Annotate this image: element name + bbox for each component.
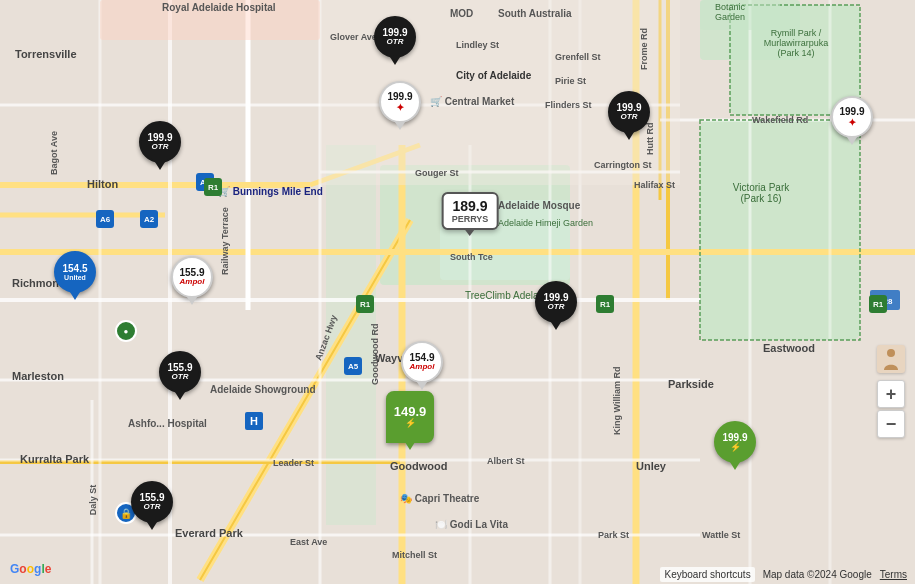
street-grenfell: Grenfell St — [555, 52, 601, 62]
route-a5: A5 — [344, 357, 362, 375]
svg-rect-1 — [700, 120, 860, 340]
poi-central-market: 🛒 Central Market — [430, 96, 514, 107]
poi-capri: 🎭 Capri Theatre — [400, 493, 479, 504]
zoom-in-button[interactable]: + — [877, 380, 905, 408]
suburb-eastwood: Eastwood — [763, 342, 815, 354]
route-r1-4: R1 — [869, 295, 887, 313]
suburb-marleston: Marleston — [12, 370, 64, 382]
marker-tail-otr-2 — [390, 57, 400, 65]
marker-bubble-otr-2: 199.9 OTR — [374, 16, 416, 58]
map-container: B28 Torrensville Hilton Richmond Marlest… — [0, 0, 915, 584]
marker-otr-4[interactable]: 199.9 OTR — [535, 281, 577, 330]
marker-star-2[interactable]: 199.9 ✦ — [831, 96, 873, 145]
marker-bubble-star-1: 199.9 ✦ — [379, 81, 421, 123]
poi-bunnings: 🛒 Bunnings Mile End — [218, 186, 323, 197]
marker-ampol-2[interactable]: 154.9 Ampol — [401, 341, 443, 390]
park-botanic: BotanicGarden — [700, 2, 760, 22]
route-r1-2: R1 — [356, 295, 374, 313]
road-king-william: King William Rd — [612, 367, 622, 435]
suburb-torrensville: Torrensville — [15, 48, 77, 60]
poi-godivita: 🍽️ Godi La Vita — [435, 519, 508, 530]
marker-bubble-x-1: 149.9 ⚡ — [386, 391, 434, 443]
suburb-parkside: Parkside — [668, 378, 714, 390]
marker-otr-6[interactable]: 155.9 OTR — [131, 481, 173, 530]
park-victoria: Victoria Park(Park 16) — [716, 182, 806, 204]
marker-tail-ampol-2 — [417, 382, 427, 390]
route-r1-3: R1 — [596, 295, 614, 313]
svg-rect-6 — [326, 145, 376, 525]
marker-bubble-x-2: 199.9 ⚡ — [714, 421, 756, 463]
marker-star-1[interactable]: 199.9 ✦ — [379, 81, 421, 130]
street-wakefield: Wakefield Rd — [752, 115, 808, 125]
poi-mosque: Adelaide Mosque — [498, 200, 580, 211]
marker-tail-otr-4 — [551, 322, 561, 330]
hospital-marker: H — [245, 412, 263, 430]
marker-bubble-otr-4: 199.9 OTR — [535, 281, 577, 323]
marker-bubble-ampol-1: 155.9 Ampol — [171, 256, 213, 298]
poi-south-australia: South Australia — [498, 8, 572, 19]
street-albert: Albert St — [487, 456, 525, 466]
keyboard-shortcuts[interactable]: Keyboard shortcuts — [660, 567, 754, 582]
marker-tail-star-1 — [395, 122, 405, 130]
road-goodwood: Goodwood Rd — [370, 324, 380, 385]
marker-tail-otr-5 — [175, 392, 185, 400]
street-carrington: Carrington St — [594, 160, 652, 170]
street-flinders: Flinders St — [545, 100, 592, 110]
street-gouger: Gouger St — [415, 168, 459, 178]
marker-tail-x-2 — [730, 462, 740, 470]
street-mitchell: Mitchell St — [392, 550, 437, 560]
marker-bubble-ampol-2: 154.9 Ampol — [401, 341, 443, 383]
marker-tail-otr-3 — [624, 132, 634, 140]
street-park: Park St — [598, 530, 629, 540]
zoom-controls: + − — [877, 380, 905, 438]
pegman-button[interactable] — [877, 345, 905, 373]
marker-tail-otr-6 — [147, 522, 157, 530]
marker-bubble-otr-6: 155.9 OTR — [131, 481, 173, 523]
marker-bubble-star-2: 199.9 ✦ — [831, 96, 873, 138]
park-himeji: Adelaide Himeji Garden — [498, 218, 593, 228]
marker-otr-1[interactable]: 199.9 OTR — [139, 121, 181, 170]
street-east-ave: East Ave — [290, 537, 327, 547]
street-daly: Daly St — [88, 485, 98, 516]
street-pirie: Pirie St — [555, 76, 586, 86]
marker-tail-star-2 — [847, 137, 857, 145]
marker-bubble-otr-1: 199.9 OTR — [139, 121, 181, 163]
marker-ampol-1[interactable]: 155.9 Ampol — [171, 256, 213, 305]
park-rymill: Rymill Park /Murlawirrarpuka(Park 14) — [736, 28, 856, 58]
marker-tail-x-1 — [405, 442, 415, 450]
route-a2: A2 — [140, 210, 158, 228]
marker-bubble-united: 154.5 United — [54, 251, 96, 293]
suburb-everard-park: Everard Park — [175, 527, 243, 539]
bottom-bar: Keyboard shortcuts Map data ©2024 Google… — [0, 564, 915, 584]
marker-otr-3[interactable]: 199.9 OTR — [608, 91, 650, 140]
marker-bubble-otr-5: 155.9 OTR — [159, 351, 201, 393]
road-railway: Railway Terrace — [220, 207, 230, 275]
street-bagot: Bagot Ave — [49, 131, 59, 175]
suburb-hilton: Hilton — [87, 178, 118, 190]
map-data-attribution: Map data ©2024 Google — [763, 569, 872, 580]
marker-tail-ampol-1 — [187, 297, 197, 305]
marker-bubble-otr-3: 199.9 OTR — [608, 91, 650, 133]
poi-city-adelaide: City of Adelaide — [456, 70, 531, 81]
marker-perrys[interactable]: 189.9 PERRYS — [442, 192, 499, 230]
marker-tail-otr-1 — [155, 162, 165, 170]
street-south-tce: South Tce — [450, 252, 493, 262]
poi-mod: MOD — [450, 8, 473, 19]
road-frome: Frome Rd — [639, 28, 649, 70]
zoom-out-button[interactable]: − — [877, 410, 905, 438]
suburb-kurralta-park: Kurralta Park — [20, 453, 89, 465]
terms-link[interactable]: Terms — [880, 569, 907, 580]
marker-otr-2[interactable]: 199.9 OTR — [374, 16, 416, 65]
marker-otr-5[interactable]: 155.9 OTR — [159, 351, 201, 400]
poi-showground: Adelaide Showground — [210, 384, 316, 395]
marker-x-1[interactable]: 149.9 ⚡ — [386, 391, 434, 450]
street-leader: Leader St — [273, 458, 314, 468]
marker-united[interactable]: 154.5 United — [54, 251, 96, 300]
marker-green-circle[interactable]: ● — [115, 320, 137, 342]
marker-tail-united — [70, 292, 80, 300]
marker-x-2[interactable]: 199.9 ⚡ — [714, 421, 756, 470]
poi-hospital: Royal Adelaide Hospital — [162, 2, 276, 13]
street-lindley: Lindley St — [456, 40, 499, 50]
route-a6-2: A6 — [96, 210, 114, 228]
svg-point-41 — [887, 349, 895, 357]
